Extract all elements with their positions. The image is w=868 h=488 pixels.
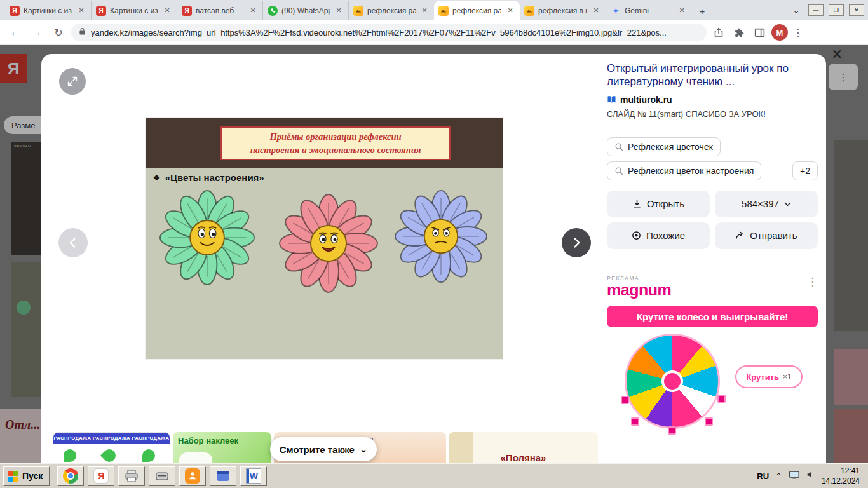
tab-label: Картинки с изо	[24, 6, 72, 15]
side-panel-icon[interactable]	[751, 24, 768, 41]
ad-headline-button[interactable]: Крутите колесо и выигрывайте!	[607, 306, 818, 327]
result-title[interactable]: Открытый интегрированный урок по литерат…	[607, 62, 818, 89]
scanner-taskbar-button[interactable]	[149, 466, 175, 486]
maximize-button[interactable]: ❐	[829, 4, 844, 16]
background-menu-box: ⋮	[829, 64, 858, 90]
similar-label: Похожие	[646, 230, 685, 241]
profile-avatar[interactable]: M	[771, 24, 788, 41]
display-tray-icon[interactable]	[789, 470, 800, 482]
background-text-fragment: Отл...	[5, 417, 40, 432]
search-icon	[614, 166, 623, 175]
start-label: Пуск	[22, 471, 43, 481]
send-button[interactable]: Отправить	[715, 222, 818, 249]
previous-image-button[interactable]	[58, 228, 88, 257]
forward-button[interactable]: →	[28, 24, 46, 41]
window-close-button[interactable]: ✕	[849, 4, 864, 16]
yandex-browser-taskbar-button[interactable]: Я	[88, 466, 114, 486]
back-button[interactable]: ←	[6, 24, 24, 41]
tab-search-icon[interactable]: ⌄	[789, 5, 803, 15]
tag-refleksia-cvetok[interactable]: Рефлексия цветок настроения	[607, 161, 761, 180]
next-image-button[interactable]	[562, 228, 591, 257]
related-thumb-sale[interactable]: РАСПРОДАЖА РАСПРОДАЖА РАСПРОДАЖА	[53, 432, 170, 463]
app-window-icon	[215, 468, 231, 484]
url-text: yandex.kz/images/search?img_url=https%3A…	[91, 28, 667, 37]
slide-title-line2: настроения и эмоционального состояния	[250, 144, 421, 156]
close-icon[interactable]: ✕	[334, 6, 344, 16]
volume-tray-icon[interactable]	[806, 470, 815, 482]
tab-kartinki-2[interactable]: Я Картинки с изо ✕	[91, 1, 177, 20]
main-image-slide[interactable]: Приёмы организации рефлексии настроения …	[146, 118, 503, 359]
open-button[interactable]: Открыть	[607, 191, 710, 217]
windows-logo-icon	[8, 471, 18, 482]
spin-count: ×1	[783, 372, 792, 381]
source-domain[interactable]: multiurok.ru	[620, 95, 672, 105]
see-also-button[interactable]: Смотрите также ⌄	[270, 437, 377, 461]
stickers-label: Набор наклеек	[178, 436, 238, 445]
tab-refleksia-1[interactable]: рефлексия рас ✕	[348, 1, 434, 20]
close-icon[interactable]: ✕	[76, 6, 86, 16]
image-viewer-overlay: Приёмы организации рефлексии настроения …	[41, 54, 826, 463]
close-icon[interactable]: ✕	[248, 6, 258, 16]
printer-taskbar-button[interactable]	[118, 466, 145, 486]
open-label: Открыть	[647, 198, 684, 209]
yandex-logo: Я	[0, 54, 27, 83]
taskbar-clock[interactable]: 12:41 14.12.2024	[822, 466, 860, 486]
reload-button[interactable]: ↻	[50, 24, 67, 41]
expand-button[interactable]	[59, 68, 86, 95]
diamond-bullet-icon: ❖	[153, 173, 160, 182]
close-icon[interactable]: ✕	[162, 6, 172, 16]
prize-wheel-image[interactable]	[625, 334, 725, 434]
word-icon: W	[246, 468, 261, 484]
tag-refleksia-cvetochek[interactable]: Рефлексия цветочек	[607, 137, 721, 156]
tray-expand-icon[interactable]: ⌃	[775, 471, 782, 481]
close-icon[interactable]: ✕	[677, 6, 687, 16]
close-icon[interactable]: ✕	[419, 6, 430, 16]
tab-whatsapp[interactable]: (90) WhatsApp ✕	[262, 1, 348, 20]
tab-refleksia-active[interactable]: рефлексия рас ✕	[434, 1, 520, 20]
image-info-sidebar: Открытый интегрированный урок по литерат…	[607, 62, 818, 249]
yandex-favicon: Я	[182, 6, 192, 16]
close-icon[interactable]: ✕	[591, 6, 601, 16]
new-tab-button[interactable]: +	[694, 3, 710, 19]
close-icon[interactable]: ✕	[505, 6, 515, 16]
related-thumb-polyana[interactable]: «Поляна»	[449, 432, 598, 463]
green-flower-shape	[64, 449, 76, 462]
size-button[interactable]: 584×397	[715, 191, 818, 217]
tab-label: Gemini	[625, 6, 673, 15]
size-label: 584×397	[742, 198, 779, 209]
screen: Я Картинки с изо ✕ Я Картинки с изо ✕ Я …	[0, 0, 868, 488]
chrome-taskbar-button[interactable]	[57, 466, 84, 486]
spin-button[interactable]: Крутить ×1	[735, 365, 803, 388]
language-indicator[interactable]: RU	[757, 471, 769, 481]
tab-label: рефлексия рас	[367, 6, 416, 15]
related-thumb-stickers[interactable]: Набор наклеек	[173, 432, 271, 463]
minimize-button[interactable]: —	[808, 4, 824, 16]
browser-menu-icon[interactable]: ⋮	[792, 27, 804, 39]
tab-kartinki-1[interactable]: Я Картинки с изо ✕	[5, 1, 91, 20]
yandex-favicon: Я	[96, 6, 106, 16]
more-tags-button[interactable]: +2	[792, 161, 818, 180]
tab-refleksia-3[interactable]: рефлексия в на ✕	[520, 1, 606, 20]
share-icon[interactable]	[710, 24, 727, 41]
similar-button[interactable]: Похожие	[607, 222, 710, 249]
yandex-images-favicon	[438, 6, 449, 16]
ad-menu-icon[interactable]: ⋮	[807, 275, 818, 288]
app-window-taskbar-button[interactable]	[210, 466, 236, 486]
word-taskbar-button[interactable]: W	[240, 466, 267, 486]
tab-label: (90) WhatsApp	[281, 6, 330, 15]
start-button[interactable]: Пуск	[3, 466, 50, 486]
tab-bar: Я Картинки с изо ✕ Я Картинки с изо ✕ Я …	[0, 0, 868, 20]
book-icon	[607, 95, 616, 104]
odnoklassniki-taskbar-button[interactable]	[179, 466, 206, 486]
tab-whatsapp-web[interactable]: Я ватсап веб — Я ✕	[177, 1, 262, 20]
send-label: Отправить	[750, 230, 797, 241]
viewer-close-button[interactable]: ✕	[831, 48, 843, 62]
source-row[interactable]: multiurok.ru	[607, 95, 818, 105]
gift-box-icon	[631, 417, 639, 426]
tab-gemini[interactable]: ✦ Gemini ✕	[606, 1, 691, 20]
address-bar[interactable]: yandex.kz/images/search?img_url=https%3A…	[71, 24, 707, 41]
lens-icon	[632, 231, 641, 240]
background-right-thumb-1	[834, 140, 868, 331]
extensions-puzzle-icon[interactable]	[731, 24, 747, 41]
magnum-logo[interactable]: magnum	[607, 281, 671, 298]
